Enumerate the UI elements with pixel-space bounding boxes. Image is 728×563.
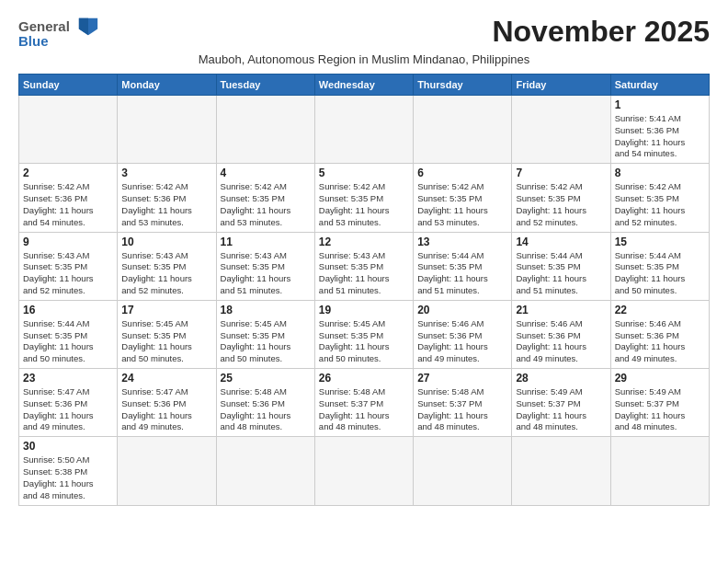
calendar-cell: 17Sunrise: 5:45 AM Sunset: 5:35 PM Dayli… (118, 300, 216, 368)
calendar-cell: 26Sunrise: 5:48 AM Sunset: 5:37 PM Dayli… (314, 369, 413, 437)
day-info: Sunrise: 5:45 AM Sunset: 5:35 PM Dayligh… (121, 318, 211, 365)
calendar-cell (414, 437, 512, 505)
weekday-header-tuesday: Tuesday (216, 75, 314, 96)
day-number: 25 (221, 372, 311, 385)
day-number: 4 (221, 167, 311, 179)
day-number: 18 (221, 304, 311, 316)
day-number: 8 (615, 167, 705, 179)
logo-blue-text: Blue (18, 33, 49, 49)
day-info: Sunrise: 5:41 AM Sunset: 5:36 PM Dayligh… (615, 113, 705, 160)
calendar-cell: 9Sunrise: 5:43 AM Sunset: 5:35 PM Daylig… (19, 232, 118, 300)
calendar-cell: 23Sunrise: 5:47 AM Sunset: 5:36 PM Dayli… (19, 369, 118, 437)
day-number: 19 (319, 304, 409, 316)
day-info: Sunrise: 5:45 AM Sunset: 5:35 PM Dayligh… (221, 318, 311, 365)
calendar-cell: 18Sunrise: 5:45 AM Sunset: 5:35 PM Dayli… (216, 300, 314, 368)
day-info: Sunrise: 5:42 AM Sunset: 5:35 PM Dayligh… (615, 181, 705, 228)
day-number: 20 (417, 304, 507, 316)
calendar-cell (512, 437, 610, 505)
calendar-cell: 7Sunrise: 5:42 AM Sunset: 5:35 PM Daylig… (512, 164, 610, 232)
day-info: Sunrise: 5:43 AM Sunset: 5:35 PM Dayligh… (319, 250, 409, 297)
day-number: 14 (516, 236, 606, 248)
day-number: 9 (23, 236, 113, 248)
weekday-header-friday: Friday (512, 75, 610, 96)
day-info: Sunrise: 5:49 AM Sunset: 5:37 PM Dayligh… (516, 386, 606, 433)
calendar-cell: 29Sunrise: 5:49 AM Sunset: 5:37 PM Dayli… (610, 369, 709, 437)
day-number: 27 (417, 372, 507, 385)
calendar-cell: 22Sunrise: 5:46 AM Sunset: 5:36 PM Dayli… (610, 300, 709, 368)
day-number: 29 (615, 372, 705, 385)
day-number: 16 (23, 304, 113, 316)
day-info: Sunrise: 5:43 AM Sunset: 5:35 PM Dayligh… (221, 250, 311, 297)
weekday-header-saturday: Saturday (610, 75, 709, 96)
day-number: 13 (417, 236, 507, 248)
calendar-cell (512, 96, 610, 164)
calendar-cell: 11Sunrise: 5:43 AM Sunset: 5:35 PM Dayli… (216, 232, 314, 300)
calendar-cell (118, 437, 216, 505)
calendar-cell: 6Sunrise: 5:42 AM Sunset: 5:35 PM Daylig… (414, 164, 512, 232)
calendar-cell (414, 96, 512, 164)
svg-marker-1 (79, 18, 88, 36)
day-info: Sunrise: 5:46 AM Sunset: 5:36 PM Dayligh… (615, 318, 705, 365)
calendar-cell (118, 96, 216, 164)
calendar-cell (314, 96, 413, 164)
day-number: 7 (516, 167, 606, 179)
day-number: 1 (615, 98, 705, 111)
day-info: Sunrise: 5:42 AM Sunset: 5:36 PM Dayligh… (121, 181, 211, 228)
day-number: 6 (417, 167, 507, 179)
calendar-cell: 1Sunrise: 5:41 AM Sunset: 5:36 PM Daylig… (610, 96, 709, 164)
day-number: 23 (23, 372, 113, 385)
weekday-header-sunday: Sunday (19, 75, 118, 96)
day-number: 26 (319, 372, 409, 385)
day-info: Sunrise: 5:47 AM Sunset: 5:36 PM Dayligh… (121, 386, 211, 433)
day-info: Sunrise: 5:42 AM Sunset: 5:36 PM Dayligh… (23, 181, 113, 228)
day-number: 12 (319, 236, 409, 248)
calendar-cell: 3Sunrise: 5:42 AM Sunset: 5:36 PM Daylig… (118, 164, 216, 232)
calendar-cell: 19Sunrise: 5:45 AM Sunset: 5:35 PM Dayli… (314, 300, 413, 368)
day-number: 28 (516, 372, 606, 385)
day-info: Sunrise: 5:45 AM Sunset: 5:35 PM Dayligh… (319, 318, 409, 365)
day-number: 3 (121, 167, 211, 179)
day-info: Sunrise: 5:42 AM Sunset: 5:35 PM Dayligh… (221, 181, 311, 228)
calendar-cell (216, 96, 314, 164)
day-info: Sunrise: 5:44 AM Sunset: 5:35 PM Dayligh… (417, 250, 507, 297)
calendar-cell (610, 437, 709, 505)
day-info: Sunrise: 5:46 AM Sunset: 5:36 PM Dayligh… (516, 318, 606, 365)
calendar-cell: 5Sunrise: 5:42 AM Sunset: 5:35 PM Daylig… (314, 164, 413, 232)
day-info: Sunrise: 5:43 AM Sunset: 5:35 PM Dayligh… (23, 250, 113, 297)
weekday-header-monday: Monday (118, 75, 216, 96)
calendar-cell: 24Sunrise: 5:47 AM Sunset: 5:36 PM Dayli… (118, 369, 216, 437)
logo-general: General (18, 18, 70, 34)
subtitle: Mauboh, Autonomous Region in Muslim Mind… (18, 52, 710, 66)
day-info: Sunrise: 5:47 AM Sunset: 5:36 PM Dayligh… (23, 386, 113, 433)
day-info: Sunrise: 5:44 AM Sunset: 5:35 PM Dayligh… (615, 250, 705, 297)
day-info: Sunrise: 5:42 AM Sunset: 5:35 PM Dayligh… (417, 181, 507, 228)
calendar-cell: 15Sunrise: 5:44 AM Sunset: 5:35 PM Dayli… (610, 232, 709, 300)
calendar-cell: 30Sunrise: 5:50 AM Sunset: 5:38 PM Dayli… (19, 437, 118, 505)
weekday-header-thursday: Thursday (414, 75, 512, 96)
day-info: Sunrise: 5:44 AM Sunset: 5:35 PM Dayligh… (23, 318, 113, 365)
day-number: 17 (121, 304, 211, 316)
day-info: Sunrise: 5:46 AM Sunset: 5:36 PM Dayligh… (417, 318, 507, 365)
logo-blue-icon (72, 17, 105, 37)
calendar-cell: 27Sunrise: 5:48 AM Sunset: 5:37 PM Dayli… (414, 369, 512, 437)
calendar-cell: 16Sunrise: 5:44 AM Sunset: 5:35 PM Dayli… (19, 300, 118, 368)
day-number: 22 (615, 304, 705, 316)
calendar-cell: 4Sunrise: 5:42 AM Sunset: 5:35 PM Daylig… (216, 164, 314, 232)
day-number: 5 (319, 167, 409, 179)
calendar-cell: 14Sunrise: 5:44 AM Sunset: 5:35 PM Dayli… (512, 232, 610, 300)
day-info: Sunrise: 5:42 AM Sunset: 5:35 PM Dayligh… (516, 181, 606, 228)
calendar-cell: 20Sunrise: 5:46 AM Sunset: 5:36 PM Dayli… (414, 300, 512, 368)
calendar-cell (216, 437, 314, 505)
day-info: Sunrise: 5:42 AM Sunset: 5:35 PM Dayligh… (319, 181, 409, 228)
calendar-cell: 10Sunrise: 5:43 AM Sunset: 5:35 PM Dayli… (118, 232, 216, 300)
day-info: Sunrise: 5:43 AM Sunset: 5:35 PM Dayligh… (121, 250, 211, 297)
day-number: 10 (121, 236, 211, 248)
month-title: November 2025 (492, 15, 710, 49)
day-number: 21 (516, 304, 606, 316)
day-info: Sunrise: 5:50 AM Sunset: 5:38 PM Dayligh… (23, 454, 113, 501)
day-info: Sunrise: 5:48 AM Sunset: 5:36 PM Dayligh… (221, 386, 311, 433)
weekday-header-wednesday: Wednesday (314, 75, 413, 96)
calendar-cell: 2Sunrise: 5:42 AM Sunset: 5:36 PM Daylig… (19, 164, 118, 232)
calendar-cell: 13Sunrise: 5:44 AM Sunset: 5:35 PM Dayli… (414, 232, 512, 300)
day-info: Sunrise: 5:48 AM Sunset: 5:37 PM Dayligh… (417, 386, 507, 433)
